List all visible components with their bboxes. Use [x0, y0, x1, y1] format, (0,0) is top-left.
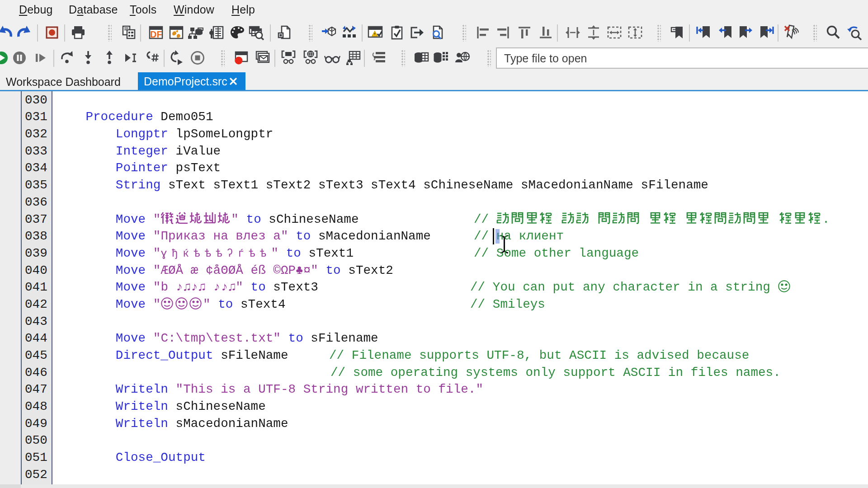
- svg-text:DF: DF: [150, 29, 162, 39]
